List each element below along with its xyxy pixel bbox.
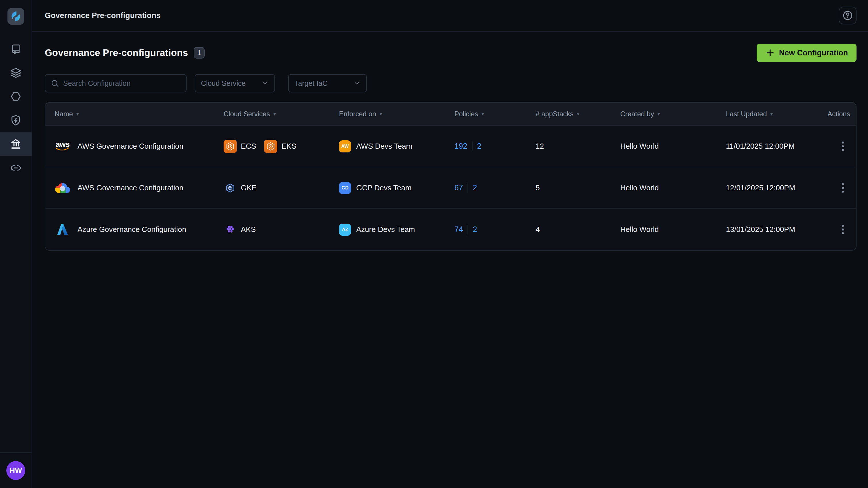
service-label: GKE (241, 183, 257, 192)
table-row[interactable]: Azure Governance Configuration (45, 208, 856, 250)
column-header-appstacks[interactable]: # appStacks▾ (532, 110, 617, 118)
gcp-gke-icon (224, 181, 237, 194)
sidebar-nav (0, 37, 32, 180)
column-header-name[interactable]: Name▾ (45, 110, 220, 118)
policies-count-link[interactable]: 67 (454, 183, 463, 192)
enforced-on-cell: AZ Azure Devs Team (336, 224, 451, 236)
search-icon (51, 79, 59, 88)
sidebar: HW (0, 0, 32, 488)
sort-icon: ▾ (379, 111, 382, 117)
link-icon (10, 162, 22, 174)
azure-aks-icon (224, 223, 237, 236)
column-header-last-updated[interactable]: Last Updated▾ (722, 110, 824, 118)
created-by-cell: Hello World (617, 183, 722, 192)
actions-cell (824, 222, 856, 237)
cloud-services-cell: ECS EKS (220, 140, 336, 153)
breadcrumb-title: Governance Pre-configurations (45, 11, 161, 20)
cloud-service-select-label: Cloud Service (201, 79, 257, 88)
policies-count-link[interactable]: 74 (454, 225, 463, 234)
sidebar-item-governance[interactable] (0, 132, 32, 156)
search-box (45, 74, 187, 92)
sort-icon: ▾ (770, 111, 773, 117)
table-row[interactable]: aws AWS Governance Configuration (45, 125, 856, 167)
app-logo[interactable] (7, 8, 24, 25)
service-chip: AKS (224, 223, 256, 236)
enforced-on-cell: AW AWS Devs Team (336, 141, 451, 152)
last-updated-cell: 13/01/2025 12:00PM (722, 225, 824, 234)
cloud-service-select[interactable]: Cloud Service (195, 74, 275, 92)
row-actions-menu-button[interactable] (840, 181, 846, 195)
count-badge: 1 (194, 47, 205, 59)
sort-icon: ▾ (76, 111, 79, 117)
last-updated-cell: 11/01/2025 12:00PM (722, 142, 824, 151)
appstacks-cell: 4 (532, 225, 617, 234)
appstacks-cell: 5 (532, 183, 617, 192)
column-header-policies[interactable]: Policies▾ (451, 110, 532, 118)
policies-cell: 67 2 (451, 183, 532, 193)
name-cell: aws AWS Governance Configuration (45, 141, 220, 152)
policies-extra-link[interactable]: 2 (473, 225, 477, 234)
divider (468, 225, 468, 235)
plus-icon (765, 48, 775, 58)
policies-extra-link[interactable]: 2 (473, 183, 477, 192)
column-header-enforced-on[interactable]: Enforced on▾ (336, 110, 451, 118)
sort-icon: ▾ (577, 111, 580, 117)
target-iac-select[interactable]: Target IaC (288, 74, 367, 92)
row-actions-menu-button[interactable] (840, 139, 846, 153)
logo-glyph-icon (10, 11, 22, 22)
help-button[interactable] (839, 7, 857, 24)
table-row[interactable]: AWS Governance Configuration G (45, 167, 856, 208)
policies-cell: 74 2 (451, 225, 532, 235)
aws-logo-icon: aws (55, 141, 71, 152)
appstacks-cell: 12 (532, 142, 617, 151)
team-name: AWS Devs Team (356, 142, 412, 151)
column-header-created-by[interactable]: Created by▾ (617, 110, 722, 118)
new-configuration-button[interactable]: New Configuration (756, 43, 857, 62)
configurations-table: Name▾ Cloud Services▾ Enforced on▾ Polic… (45, 102, 857, 251)
actions-cell (824, 139, 856, 153)
cloud-services-cell: AKS (220, 223, 336, 236)
new-configuration-label: New Configuration (779, 49, 848, 57)
sidebar-item-policies[interactable] (0, 108, 32, 132)
team-badge: GD (339, 182, 351, 194)
service-chip: EKS (264, 140, 296, 153)
azure-logo-icon (55, 223, 71, 236)
page-header: Governance Pre-configurations 1 New Conf… (45, 43, 857, 62)
hexagon-icon (10, 91, 22, 102)
divider (468, 183, 468, 193)
topbar: Governance Pre-configurations (32, 0, 868, 32)
team-badge: AW (339, 141, 351, 152)
team-name: Azure Devs Team (356, 225, 415, 234)
configuration-name: Azure Governance Configuration (78, 225, 186, 234)
app-root: HW Governance Pre-configurations Governa… (0, 0, 868, 488)
column-header-cloud-services[interactable]: Cloud Services▾ (220, 110, 336, 118)
page-content: Governance Pre-configurations 1 New Conf… (32, 32, 868, 488)
table-header-row: Name▾ Cloud Services▾ Enforced on▾ Polic… (45, 103, 856, 125)
sidebar-item-docs[interactable] (0, 37, 32, 61)
aws-eks-icon (264, 140, 277, 153)
service-label: ECS (241, 142, 256, 151)
policies-extra-link[interactable]: 2 (477, 142, 482, 151)
cloud-services-cell: GKE (220, 181, 336, 194)
policies-cell: 192 2 (451, 142, 532, 151)
aws-ecs-icon (224, 140, 237, 153)
main-area: Governance Pre-configurations Governance… (32, 0, 868, 488)
service-chip: GKE (224, 181, 257, 194)
configuration-name: AWS Governance Configuration (78, 183, 183, 192)
policies-count-link[interactable]: 192 (454, 142, 467, 151)
enforced-on-cell: GD GCP Devs Team (336, 182, 451, 194)
bank-icon (10, 139, 22, 150)
page-title: Governance Pre-configurations (45, 48, 188, 58)
sidebar-item-integrations[interactable] (0, 156, 32, 180)
actions-cell (824, 181, 856, 195)
layers-icon (10, 67, 22, 79)
user-avatar[interactable]: HW (6, 461, 25, 480)
sidebar-item-stacks[interactable] (0, 61, 32, 84)
last-updated-cell: 12/01/2025 12:00PM (722, 183, 824, 192)
sidebar-item-environments[interactable] (0, 84, 32, 108)
help-icon (842, 10, 854, 21)
search-input[interactable] (63, 79, 181, 88)
book-icon (10, 43, 22, 55)
row-actions-menu-button[interactable] (840, 222, 846, 237)
target-iac-select-label: Target IaC (294, 79, 348, 88)
